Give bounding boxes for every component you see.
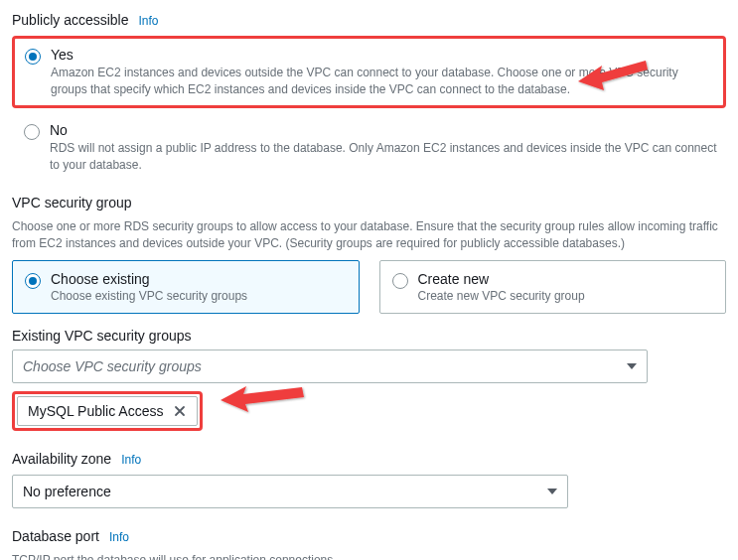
tile-choose-existing[interactable]: Choose existing Choose existing VPC secu…	[12, 260, 360, 314]
chip-row: MySQL Public Access	[12, 391, 726, 431]
existing-sg-label: Existing VPC security groups	[12, 328, 726, 344]
section-title: Availability zone Info	[12, 451, 726, 467]
section-title: Publicly accessible Info	[12, 12, 726, 28]
radio-indicator	[24, 124, 40, 140]
radio-indicator	[392, 273, 408, 289]
database-port-section: Database port Info TCP/IP port the datab…	[12, 528, 726, 560]
publicly-accessible-label: Publicly accessible	[12, 12, 129, 28]
highlight-yes-box: Yes Amazon EC2 instances and devices out…	[12, 36, 726, 108]
radio-yes-label: Yes	[51, 47, 713, 63]
section-title: Database port Info	[12, 528, 726, 544]
port-label: Database port	[12, 528, 99, 544]
tile-create-new-label: Create new	[418, 271, 714, 287]
chevron-down-icon	[627, 363, 637, 369]
az-dropdown[interactable]: No preference	[12, 475, 568, 508]
radio-no-desc: RDS will not assign a public IP address …	[50, 140, 726, 175]
tile-choose-existing-label: Choose existing	[51, 271, 347, 287]
close-icon[interactable]	[171, 402, 189, 420]
info-link[interactable]: Info	[109, 530, 129, 544]
chip-label: MySQL Public Access	[28, 403, 163, 419]
info-link[interactable]: Info	[121, 453, 141, 467]
publicly-accessible-section: Publicly accessible Info Yes Amazon EC2 …	[12, 12, 726, 175]
radio-no-label: No	[50, 122, 726, 138]
az-value: No preference	[23, 484, 111, 499]
vpc-sg-tile-row: Choose existing Choose existing VPC secu…	[12, 260, 726, 314]
info-link[interactable]: Info	[139, 14, 159, 28]
vpc-sg-title: VPC security group	[12, 195, 726, 210]
existing-sg-dropdown[interactable]: Choose VPC security groups	[12, 350, 648, 383]
chevron-down-icon	[547, 489, 557, 494]
tile-create-new-desc: Create new VPC security group	[418, 289, 714, 303]
availability-zone-section: Availability zone Info No preference	[12, 451, 726, 508]
tile-create-new[interactable]: Create new Create new VPC security group	[379, 260, 727, 314]
radio-yes-desc: Amazon EC2 instances and devices outside…	[51, 65, 713, 99]
tile-choose-existing-desc: Choose existing VPC security groups	[51, 289, 347, 303]
highlight-chip-box: MySQL Public Access	[12, 391, 203, 431]
radio-body: Yes Amazon EC2 instances and devices out…	[51, 47, 713, 99]
radio-indicator	[25, 49, 41, 65]
az-label: Availability zone	[12, 451, 111, 467]
vpc-sg-help: Choose one or more RDS security groups t…	[12, 218, 726, 253]
port-help: TCP/IP port the database will use for ap…	[12, 552, 726, 560]
radio-yes[interactable]: Yes Amazon EC2 instances and devices out…	[25, 47, 713, 99]
vpc-security-group-section: VPC security group Choose one or more RD…	[12, 195, 726, 432]
dropdown-placeholder: Choose VPC security groups	[23, 358, 202, 374]
radio-no[interactable]: No RDS will not assign a public IP addre…	[12, 122, 726, 175]
radio-body: No RDS will not assign a public IP addre…	[50, 122, 726, 175]
radio-indicator	[25, 273, 41, 289]
security-group-chip: MySQL Public Access	[17, 396, 198, 426]
